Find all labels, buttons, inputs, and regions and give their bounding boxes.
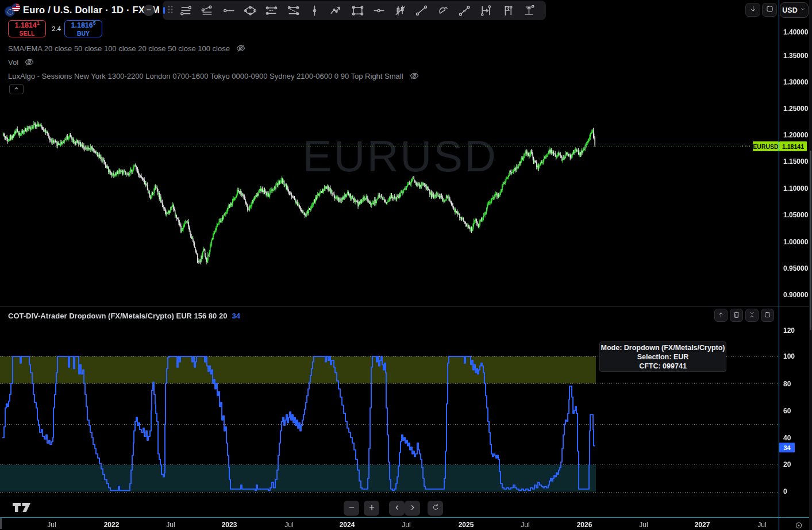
axis-tick-40: 40 <box>783 434 791 442</box>
time-tick-2025: 2025 <box>459 521 474 529</box>
time-tick-Jul: Jul <box>284 521 293 529</box>
collapse-pane-button[interactable] <box>745 309 759 322</box>
axis-tick-100: 100 <box>783 352 795 360</box>
axis-tick-0.95000: 0.95000 <box>783 264 808 272</box>
axis-tick-20: 20 <box>783 460 791 468</box>
gear-icon[interactable] <box>794 520 804 530</box>
time-tick-Jul: Jul <box>402 521 410 529</box>
current-price-symbol-chip: EURUSD <box>753 141 779 151</box>
move-pane-up-button[interactable] <box>714 309 728 322</box>
time-tick-Jul: Jul <box>757 521 766 529</box>
axis-tick-1.05000: 1.05000 <box>783 211 808 219</box>
cot-panel-buttons <box>714 309 774 322</box>
maximize-pane-button[interactable] <box>761 309 774 322</box>
current-price-value-chip: 1.18141 <box>779 141 807 151</box>
axis-tick-1.15000: 1.15000 <box>783 158 808 166</box>
axis-tick-1.25000: 1.25000 <box>783 105 808 113</box>
tooltip-mode-line: Mode: Dropdown (FX/Metals/Crypto) <box>601 343 725 352</box>
cot-tooltip: Mode: Dropdown (FX/Metals/Crypto) Select… <box>599 341 726 372</box>
tooltip-cftc-line: CFTC: 099741 <box>639 362 687 371</box>
cot-panel-title[interactable]: COT-DIV-Atrader Dropdown (FX/Metals/Cryp… <box>8 312 240 320</box>
axis-tick-1.30000: 1.30000 <box>783 78 808 86</box>
cot-panel-value: 34 <box>232 312 240 320</box>
bottom-left-scrollbar-thumb <box>0 518 2 529</box>
axis-tick-1.40000: 1.40000 <box>783 28 808 36</box>
time-tick-2022: 2022 <box>104 521 120 529</box>
tradingview-logo[interactable] <box>11 501 31 514</box>
time-tick-Jul: Jul <box>166 521 175 529</box>
axis-tick-1.20000: 1.20000 <box>783 131 808 139</box>
maximize-icon <box>763 310 772 321</box>
reset-chart-button[interactable] <box>428 501 443 516</box>
axis-tick-1.00000: 1.00000 <box>783 238 808 246</box>
reset-icon <box>431 503 440 514</box>
time-axis-border <box>0 517 812 518</box>
time-tick-Jul: Jul <box>521 521 529 529</box>
price-label-ellipsis-icon <box>740 140 752 154</box>
time-tick-2026: 2026 <box>577 521 592 529</box>
axis-tick-120: 120 <box>783 327 795 335</box>
right-scrollbar-thumb[interactable] <box>810 151 811 330</box>
zoom-in-icon <box>367 503 376 514</box>
chart-canvas[interactable] <box>0 0 812 530</box>
zoom-out-button[interactable] <box>344 501 359 516</box>
trash-icon <box>732 310 741 321</box>
axis-tick-1.10000: 1.10000 <box>783 185 808 193</box>
axis-tick-60: 60 <box>783 407 791 415</box>
tradingview-chart-window: EURUSD Euro / U.S. Dollar · 1D · FXCM US… <box>0 0 812 530</box>
time-tick-Jul: Jul <box>47 521 56 529</box>
zoom-in-button[interactable] <box>364 501 379 516</box>
delete-pane-button[interactable] <box>730 309 743 322</box>
time-tick-2024: 2024 <box>340 521 355 529</box>
axis-tick-0: 0 <box>783 487 787 496</box>
scroll-right-button[interactable] <box>405 501 420 516</box>
price-scale[interactable]: 1.400001.350001.300001.250001.200001.150… <box>779 0 809 517</box>
cot-panel-title-text: COT-DIV-Atrader Dropdown (FX/Metals/Cryp… <box>8 312 227 320</box>
axis-tick-80: 80 <box>783 380 791 388</box>
pane-divider[interactable] <box>0 306 812 307</box>
axis-tick-1.35000: 1.35000 <box>783 52 808 60</box>
time-tick-Jul: Jul <box>639 521 648 529</box>
chevron-right-icon <box>408 503 417 514</box>
time-tick-2023: 2023 <box>222 521 237 529</box>
cot-current-value-chip: 34 <box>779 443 795 452</box>
axis-tick-0.90000: 0.90000 <box>783 291 808 299</box>
time-tick-2027: 2027 <box>695 521 710 529</box>
zoom-out-icon <box>347 503 356 514</box>
scroll-left-button[interactable] <box>389 501 405 516</box>
chevron-left-icon <box>392 503 402 514</box>
collapse-vertical-icon <box>748 310 756 321</box>
arrow-up-icon <box>717 310 725 321</box>
tooltip-selection-line: Selection: EUR <box>637 352 689 362</box>
